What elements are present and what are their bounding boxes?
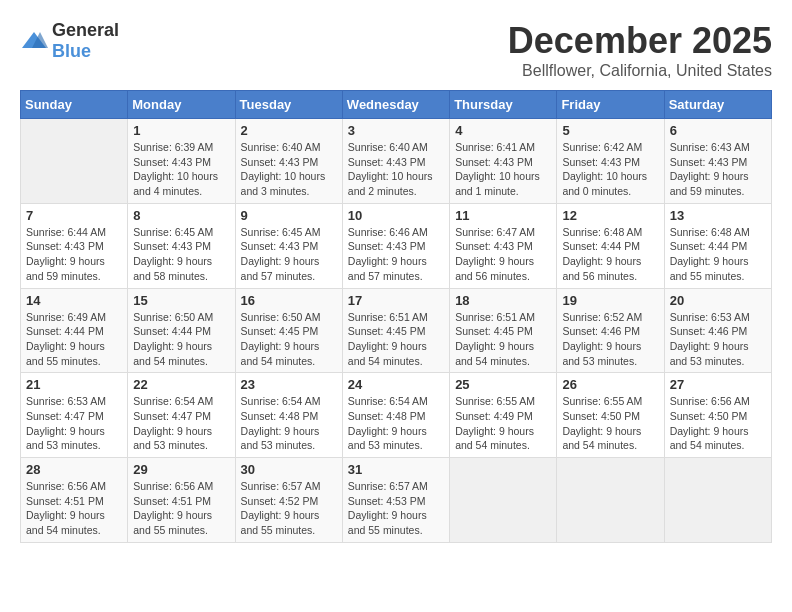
day-info: Sunrise: 6:48 AMSunset: 4:44 PMDaylight:… — [670, 225, 766, 284]
logo-blue: Blue — [52, 41, 91, 61]
day-number: 30 — [241, 462, 337, 477]
day-cell: 21Sunrise: 6:53 AMSunset: 4:47 PMDayligh… — [21, 373, 128, 458]
day-number: 16 — [241, 293, 337, 308]
day-cell: 28Sunrise: 6:56 AMSunset: 4:51 PMDayligh… — [21, 458, 128, 543]
day-info: Sunrise: 6:45 AMSunset: 4:43 PMDaylight:… — [241, 225, 337, 284]
day-info: Sunrise: 6:52 AMSunset: 4:46 PMDaylight:… — [562, 310, 658, 369]
day-header-wednesday: Wednesday — [342, 91, 449, 119]
day-cell: 26Sunrise: 6:55 AMSunset: 4:50 PMDayligh… — [557, 373, 664, 458]
day-cell: 1Sunrise: 6:39 AMSunset: 4:43 PMDaylight… — [128, 119, 235, 204]
day-number: 10 — [348, 208, 444, 223]
day-number: 23 — [241, 377, 337, 392]
day-info: Sunrise: 6:49 AMSunset: 4:44 PMDaylight:… — [26, 310, 122, 369]
day-cell: 15Sunrise: 6:50 AMSunset: 4:44 PMDayligh… — [128, 288, 235, 373]
day-info: Sunrise: 6:57 AMSunset: 4:52 PMDaylight:… — [241, 479, 337, 538]
day-cell: 14Sunrise: 6:49 AMSunset: 4:44 PMDayligh… — [21, 288, 128, 373]
day-header-friday: Friday — [557, 91, 664, 119]
day-info: Sunrise: 6:55 AMSunset: 4:49 PMDaylight:… — [455, 394, 551, 453]
day-cell: 11Sunrise: 6:47 AMSunset: 4:43 PMDayligh… — [450, 203, 557, 288]
day-number: 11 — [455, 208, 551, 223]
day-info: Sunrise: 6:44 AMSunset: 4:43 PMDaylight:… — [26, 225, 122, 284]
logo: General Blue — [20, 20, 119, 62]
day-info: Sunrise: 6:50 AMSunset: 4:44 PMDaylight:… — [133, 310, 229, 369]
day-number: 24 — [348, 377, 444, 392]
day-number: 28 — [26, 462, 122, 477]
day-header-monday: Monday — [128, 91, 235, 119]
day-number: 8 — [133, 208, 229, 223]
header: General Blue December 2025 Bellflower, C… — [20, 20, 772, 80]
day-cell: 20Sunrise: 6:53 AMSunset: 4:46 PMDayligh… — [664, 288, 771, 373]
logo-icon — [20, 30, 48, 52]
day-info: Sunrise: 6:40 AMSunset: 4:43 PMDaylight:… — [348, 140, 444, 199]
day-cell: 2Sunrise: 6:40 AMSunset: 4:43 PMDaylight… — [235, 119, 342, 204]
day-cell: 24Sunrise: 6:54 AMSunset: 4:48 PMDayligh… — [342, 373, 449, 458]
logo-general: General — [52, 20, 119, 40]
day-cell: 31Sunrise: 6:57 AMSunset: 4:53 PMDayligh… — [342, 458, 449, 543]
day-cell — [21, 119, 128, 204]
day-cell: 6Sunrise: 6:43 AMSunset: 4:43 PMDaylight… — [664, 119, 771, 204]
day-number: 5 — [562, 123, 658, 138]
week-row-2: 7Sunrise: 6:44 AMSunset: 4:43 PMDaylight… — [21, 203, 772, 288]
day-number: 22 — [133, 377, 229, 392]
day-number: 20 — [670, 293, 766, 308]
day-info: Sunrise: 6:53 AMSunset: 4:47 PMDaylight:… — [26, 394, 122, 453]
day-number: 27 — [670, 377, 766, 392]
day-info: Sunrise: 6:54 AMSunset: 4:47 PMDaylight:… — [133, 394, 229, 453]
calendar-table: SundayMondayTuesdayWednesdayThursdayFrid… — [20, 90, 772, 543]
day-cell: 12Sunrise: 6:48 AMSunset: 4:44 PMDayligh… — [557, 203, 664, 288]
day-info: Sunrise: 6:50 AMSunset: 4:45 PMDaylight:… — [241, 310, 337, 369]
day-cell: 29Sunrise: 6:56 AMSunset: 4:51 PMDayligh… — [128, 458, 235, 543]
day-info: Sunrise: 6:42 AMSunset: 4:43 PMDaylight:… — [562, 140, 658, 199]
day-cell: 16Sunrise: 6:50 AMSunset: 4:45 PMDayligh… — [235, 288, 342, 373]
day-cell: 5Sunrise: 6:42 AMSunset: 4:43 PMDaylight… — [557, 119, 664, 204]
day-header-saturday: Saturday — [664, 91, 771, 119]
logo-text: General Blue — [52, 20, 119, 62]
day-number: 3 — [348, 123, 444, 138]
day-number: 21 — [26, 377, 122, 392]
week-row-5: 28Sunrise: 6:56 AMSunset: 4:51 PMDayligh… — [21, 458, 772, 543]
day-info: Sunrise: 6:39 AMSunset: 4:43 PMDaylight:… — [133, 140, 229, 199]
day-number: 9 — [241, 208, 337, 223]
day-number: 6 — [670, 123, 766, 138]
day-number: 25 — [455, 377, 551, 392]
day-info: Sunrise: 6:43 AMSunset: 4:43 PMDaylight:… — [670, 140, 766, 199]
day-info: Sunrise: 6:56 AMSunset: 4:51 PMDaylight:… — [26, 479, 122, 538]
day-info: Sunrise: 6:55 AMSunset: 4:50 PMDaylight:… — [562, 394, 658, 453]
week-row-3: 14Sunrise: 6:49 AMSunset: 4:44 PMDayligh… — [21, 288, 772, 373]
day-cell: 8Sunrise: 6:45 AMSunset: 4:43 PMDaylight… — [128, 203, 235, 288]
location-title: Bellflower, California, United States — [508, 62, 772, 80]
day-cell: 10Sunrise: 6:46 AMSunset: 4:43 PMDayligh… — [342, 203, 449, 288]
day-headers-row: SundayMondayTuesdayWednesdayThursdayFrid… — [21, 91, 772, 119]
day-number: 15 — [133, 293, 229, 308]
day-info: Sunrise: 6:47 AMSunset: 4:43 PMDaylight:… — [455, 225, 551, 284]
day-info: Sunrise: 6:45 AMSunset: 4:43 PMDaylight:… — [133, 225, 229, 284]
day-info: Sunrise: 6:53 AMSunset: 4:46 PMDaylight:… — [670, 310, 766, 369]
day-info: Sunrise: 6:56 AMSunset: 4:51 PMDaylight:… — [133, 479, 229, 538]
day-cell: 27Sunrise: 6:56 AMSunset: 4:50 PMDayligh… — [664, 373, 771, 458]
day-number: 2 — [241, 123, 337, 138]
day-header-sunday: Sunday — [21, 91, 128, 119]
day-info: Sunrise: 6:57 AMSunset: 4:53 PMDaylight:… — [348, 479, 444, 538]
day-cell: 9Sunrise: 6:45 AMSunset: 4:43 PMDaylight… — [235, 203, 342, 288]
day-cell: 7Sunrise: 6:44 AMSunset: 4:43 PMDaylight… — [21, 203, 128, 288]
month-title: December 2025 — [508, 20, 772, 62]
day-header-thursday: Thursday — [450, 91, 557, 119]
day-info: Sunrise: 6:48 AMSunset: 4:44 PMDaylight:… — [562, 225, 658, 284]
day-number: 14 — [26, 293, 122, 308]
day-cell: 3Sunrise: 6:40 AMSunset: 4:43 PMDaylight… — [342, 119, 449, 204]
day-info: Sunrise: 6:46 AMSunset: 4:43 PMDaylight:… — [348, 225, 444, 284]
week-row-1: 1Sunrise: 6:39 AMSunset: 4:43 PMDaylight… — [21, 119, 772, 204]
title-area: December 2025 Bellflower, California, Un… — [508, 20, 772, 80]
day-cell: 25Sunrise: 6:55 AMSunset: 4:49 PMDayligh… — [450, 373, 557, 458]
day-number: 17 — [348, 293, 444, 308]
day-cell: 22Sunrise: 6:54 AMSunset: 4:47 PMDayligh… — [128, 373, 235, 458]
day-header-tuesday: Tuesday — [235, 91, 342, 119]
day-info: Sunrise: 6:51 AMSunset: 4:45 PMDaylight:… — [455, 310, 551, 369]
day-info: Sunrise: 6:41 AMSunset: 4:43 PMDaylight:… — [455, 140, 551, 199]
day-number: 7 — [26, 208, 122, 223]
day-cell: 17Sunrise: 6:51 AMSunset: 4:45 PMDayligh… — [342, 288, 449, 373]
day-cell: 30Sunrise: 6:57 AMSunset: 4:52 PMDayligh… — [235, 458, 342, 543]
day-info: Sunrise: 6:54 AMSunset: 4:48 PMDaylight:… — [348, 394, 444, 453]
calendar-body: 1Sunrise: 6:39 AMSunset: 4:43 PMDaylight… — [21, 119, 772, 543]
day-number: 4 — [455, 123, 551, 138]
